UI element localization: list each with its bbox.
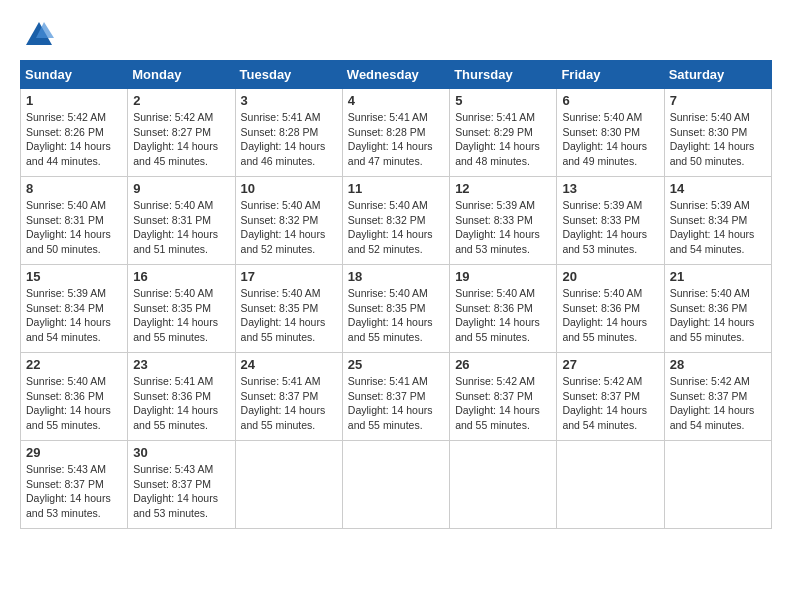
day-number: 14 [670,181,766,196]
calendar-cell: 15Sunrise: 5:39 AM Sunset: 8:34 PM Dayli… [21,265,128,353]
day-number: 3 [241,93,337,108]
calendar-cell: 18Sunrise: 5:40 AM Sunset: 8:35 PM Dayli… [342,265,449,353]
calendar-week-row: 22Sunrise: 5:40 AM Sunset: 8:36 PM Dayli… [21,353,772,441]
day-info: Sunrise: 5:42 AM Sunset: 8:27 PM Dayligh… [133,110,229,169]
calendar-cell: 14Sunrise: 5:39 AM Sunset: 8:34 PM Dayli… [664,177,771,265]
day-info: Sunrise: 5:43 AM Sunset: 8:37 PM Dayligh… [133,462,229,521]
calendar-cell: 27Sunrise: 5:42 AM Sunset: 8:37 PM Dayli… [557,353,664,441]
calendar-header-row: SundayMondayTuesdayWednesdayThursdayFrid… [21,61,772,89]
calendar-cell: 5Sunrise: 5:41 AM Sunset: 8:29 PM Daylig… [450,89,557,177]
day-number: 10 [241,181,337,196]
calendar-cell [342,441,449,529]
day-info: Sunrise: 5:40 AM Sunset: 8:30 PM Dayligh… [562,110,658,169]
day-info: Sunrise: 5:41 AM Sunset: 8:28 PM Dayligh… [348,110,444,169]
calendar-cell: 28Sunrise: 5:42 AM Sunset: 8:37 PM Dayli… [664,353,771,441]
day-info: Sunrise: 5:39 AM Sunset: 8:34 PM Dayligh… [670,198,766,257]
calendar-cell: 24Sunrise: 5:41 AM Sunset: 8:37 PM Dayli… [235,353,342,441]
calendar-cell: 9Sunrise: 5:40 AM Sunset: 8:31 PM Daylig… [128,177,235,265]
day-number: 2 [133,93,229,108]
calendar-cell: 8Sunrise: 5:40 AM Sunset: 8:31 PM Daylig… [21,177,128,265]
day-info: Sunrise: 5:39 AM Sunset: 8:33 PM Dayligh… [455,198,551,257]
day-info: Sunrise: 5:42 AM Sunset: 8:26 PM Dayligh… [26,110,122,169]
calendar-cell [450,441,557,529]
day-info: Sunrise: 5:40 AM Sunset: 8:32 PM Dayligh… [241,198,337,257]
calendar-table: SundayMondayTuesdayWednesdayThursdayFrid… [20,60,772,529]
day-number: 6 [562,93,658,108]
calendar-header-thursday: Thursday [450,61,557,89]
calendar-week-row: 8Sunrise: 5:40 AM Sunset: 8:31 PM Daylig… [21,177,772,265]
calendar-cell: 29Sunrise: 5:43 AM Sunset: 8:37 PM Dayli… [21,441,128,529]
calendar-cell: 16Sunrise: 5:40 AM Sunset: 8:35 PM Dayli… [128,265,235,353]
day-number: 30 [133,445,229,460]
day-number: 5 [455,93,551,108]
calendar-cell: 17Sunrise: 5:40 AM Sunset: 8:35 PM Dayli… [235,265,342,353]
day-info: Sunrise: 5:42 AM Sunset: 8:37 PM Dayligh… [562,374,658,433]
day-number: 13 [562,181,658,196]
calendar-cell: 23Sunrise: 5:41 AM Sunset: 8:36 PM Dayli… [128,353,235,441]
day-number: 19 [455,269,551,284]
day-info: Sunrise: 5:42 AM Sunset: 8:37 PM Dayligh… [670,374,766,433]
day-info: Sunrise: 5:41 AM Sunset: 8:28 PM Dayligh… [241,110,337,169]
day-info: Sunrise: 5:40 AM Sunset: 8:31 PM Dayligh… [26,198,122,257]
day-number: 11 [348,181,444,196]
calendar-week-row: 1Sunrise: 5:42 AM Sunset: 8:26 PM Daylig… [21,89,772,177]
day-info: Sunrise: 5:40 AM Sunset: 8:35 PM Dayligh… [241,286,337,345]
day-info: Sunrise: 5:41 AM Sunset: 8:37 PM Dayligh… [348,374,444,433]
calendar-cell: 11Sunrise: 5:40 AM Sunset: 8:32 PM Dayli… [342,177,449,265]
day-info: Sunrise: 5:39 AM Sunset: 8:33 PM Dayligh… [562,198,658,257]
day-info: Sunrise: 5:39 AM Sunset: 8:34 PM Dayligh… [26,286,122,345]
day-number: 22 [26,357,122,372]
day-number: 21 [670,269,766,284]
day-number: 15 [26,269,122,284]
day-info: Sunrise: 5:40 AM Sunset: 8:35 PM Dayligh… [133,286,229,345]
calendar-cell [557,441,664,529]
calendar-cell [235,441,342,529]
calendar-cell: 25Sunrise: 5:41 AM Sunset: 8:37 PM Dayli… [342,353,449,441]
day-info: Sunrise: 5:40 AM Sunset: 8:35 PM Dayligh… [348,286,444,345]
logo [20,20,54,50]
day-number: 27 [562,357,658,372]
calendar-header-wednesday: Wednesday [342,61,449,89]
calendar-cell: 30Sunrise: 5:43 AM Sunset: 8:37 PM Dayli… [128,441,235,529]
day-number: 4 [348,93,444,108]
day-number: 23 [133,357,229,372]
day-info: Sunrise: 5:40 AM Sunset: 8:31 PM Dayligh… [133,198,229,257]
calendar-cell: 21Sunrise: 5:40 AM Sunset: 8:36 PM Dayli… [664,265,771,353]
day-number: 24 [241,357,337,372]
calendar-cell: 2Sunrise: 5:42 AM Sunset: 8:27 PM Daylig… [128,89,235,177]
day-info: Sunrise: 5:40 AM Sunset: 8:36 PM Dayligh… [670,286,766,345]
day-info: Sunrise: 5:40 AM Sunset: 8:36 PM Dayligh… [562,286,658,345]
day-info: Sunrise: 5:41 AM Sunset: 8:37 PM Dayligh… [241,374,337,433]
day-info: Sunrise: 5:40 AM Sunset: 8:32 PM Dayligh… [348,198,444,257]
calendar-header-saturday: Saturday [664,61,771,89]
calendar-header-tuesday: Tuesday [235,61,342,89]
day-info: Sunrise: 5:40 AM Sunset: 8:36 PM Dayligh… [26,374,122,433]
day-number: 26 [455,357,551,372]
calendar-cell: 13Sunrise: 5:39 AM Sunset: 8:33 PM Dayli… [557,177,664,265]
day-number: 18 [348,269,444,284]
calendar-cell: 3Sunrise: 5:41 AM Sunset: 8:28 PM Daylig… [235,89,342,177]
calendar-cell: 7Sunrise: 5:40 AM Sunset: 8:30 PM Daylig… [664,89,771,177]
day-number: 16 [133,269,229,284]
calendar-header-friday: Friday [557,61,664,89]
calendar-week-row: 15Sunrise: 5:39 AM Sunset: 8:34 PM Dayli… [21,265,772,353]
header [20,20,772,50]
day-info: Sunrise: 5:40 AM Sunset: 8:30 PM Dayligh… [670,110,766,169]
day-number: 20 [562,269,658,284]
calendar-cell: 19Sunrise: 5:40 AM Sunset: 8:36 PM Dayli… [450,265,557,353]
calendar-header-sunday: Sunday [21,61,128,89]
day-info: Sunrise: 5:41 AM Sunset: 8:36 PM Dayligh… [133,374,229,433]
day-number: 25 [348,357,444,372]
day-info: Sunrise: 5:41 AM Sunset: 8:29 PM Dayligh… [455,110,551,169]
day-number: 17 [241,269,337,284]
day-number: 7 [670,93,766,108]
calendar-cell: 20Sunrise: 5:40 AM Sunset: 8:36 PM Dayli… [557,265,664,353]
day-number: 1 [26,93,122,108]
day-info: Sunrise: 5:40 AM Sunset: 8:36 PM Dayligh… [455,286,551,345]
day-number: 29 [26,445,122,460]
day-number: 8 [26,181,122,196]
day-number: 12 [455,181,551,196]
calendar-cell: 10Sunrise: 5:40 AM Sunset: 8:32 PM Dayli… [235,177,342,265]
calendar-cell: 4Sunrise: 5:41 AM Sunset: 8:28 PM Daylig… [342,89,449,177]
day-info: Sunrise: 5:43 AM Sunset: 8:37 PM Dayligh… [26,462,122,521]
